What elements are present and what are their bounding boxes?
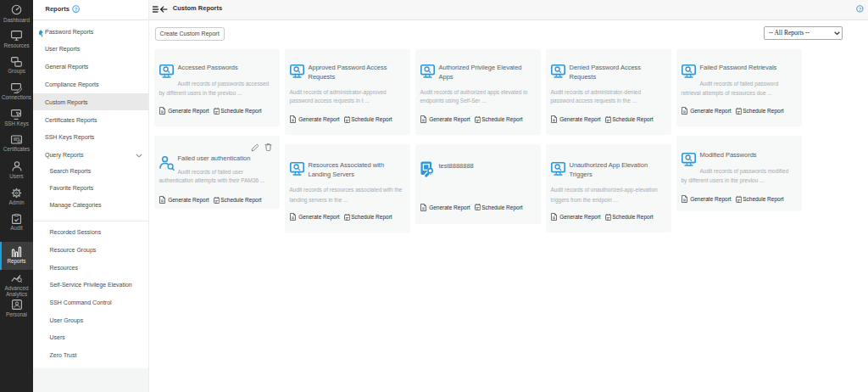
svg-text:?: ? bbox=[74, 7, 77, 12]
svg-text:?: ? bbox=[859, 7, 861, 12]
